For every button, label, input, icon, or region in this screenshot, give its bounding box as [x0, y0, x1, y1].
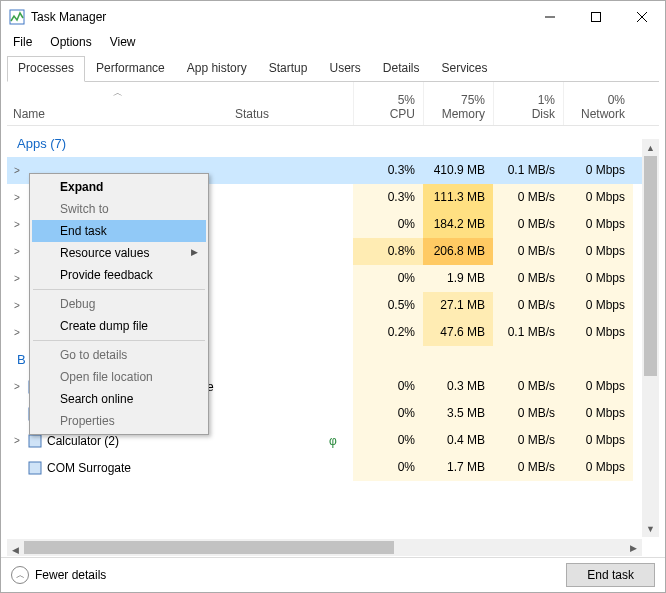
table-row[interactable]: COM Surrogate0%1.7 MB0 MB/s0 Mbps [7, 454, 659, 481]
metric-cell: 3.5 MB [423, 400, 493, 427]
scroll-left-icon[interactable]: ◀ [7, 542, 24, 559]
expand-icon[interactable]: > [11, 327, 23, 338]
expand-icon[interactable]: > [11, 381, 23, 392]
metric-cell: 111.3 MB [423, 184, 493, 211]
svg-rect-8 [29, 462, 41, 474]
metric-cell: 0 Mbps [563, 238, 633, 265]
ctx-resource-values[interactable]: Resource values▶ [32, 242, 206, 264]
metric-cell: 0 MB/s [493, 454, 563, 481]
ctx-separator [33, 340, 205, 341]
menu-options[interactable]: Options [42, 33, 99, 51]
metric-cell: 0 Mbps [563, 454, 633, 481]
ctx-end-task[interactable]: End task [32, 220, 206, 242]
scroll-down-icon[interactable]: ▼ [642, 520, 659, 537]
fewer-details-label: Fewer details [35, 568, 106, 582]
expand-icon[interactable]: > [11, 435, 23, 446]
expand-icon[interactable]: > [11, 300, 23, 311]
metric-cell: 0.8% [353, 238, 423, 265]
minimize-button[interactable] [527, 1, 573, 32]
metric-cell: 0% [353, 211, 423, 238]
tab-details[interactable]: Details [372, 56, 431, 81]
process-icon [27, 460, 43, 476]
metric-cell: 0.1 MB/s [493, 319, 563, 346]
chevron-up-icon: ︿ [11, 566, 29, 584]
scroll-up-icon[interactable]: ▲ [642, 139, 659, 156]
section-background-label: B [17, 352, 26, 367]
metric-cell: 1.9 MB [423, 265, 493, 292]
tab-services[interactable]: Services [431, 56, 499, 81]
col-network-label: Network [581, 107, 625, 121]
metric-cell: 0 Mbps [563, 211, 633, 238]
context-menu: Expand Switch to End task Resource value… [29, 173, 209, 435]
menu-view[interactable]: View [102, 33, 144, 51]
maximize-button[interactable] [573, 1, 619, 32]
process-name: Calculator (2) [47, 434, 119, 448]
metric-cell: 0 Mbps [563, 373, 633, 400]
end-task-button[interactable]: End task [566, 563, 655, 587]
section-apps[interactable]: Apps (7) [7, 126, 659, 157]
horizontal-scrollbar[interactable]: ◀ ▶ [7, 539, 642, 556]
metric-cell: 0 MB/s [493, 265, 563, 292]
ctx-expand[interactable]: Expand [32, 176, 206, 198]
metric-cell: 0 MB/s [493, 184, 563, 211]
window-title: Task Manager [31, 10, 527, 24]
submenu-arrow-icon: ▶ [191, 247, 198, 257]
col-cpu-label: CPU [390, 107, 415, 121]
menu-bar: File Options View [1, 32, 665, 52]
metric-cell: 0 MB/s [493, 211, 563, 238]
ctx-separator [33, 289, 205, 290]
metric-cell: 0 Mbps [563, 292, 633, 319]
metric-cell: 0 MB/s [493, 238, 563, 265]
tab-processes[interactable]: Processes [7, 56, 85, 82]
metric-cell: 1.7 MB [423, 454, 493, 481]
expand-icon[interactable]: > [11, 246, 23, 257]
scroll-right-icon[interactable]: ▶ [625, 539, 642, 556]
metric-cell: 0 MB/s [493, 292, 563, 319]
tab-startup[interactable]: Startup [258, 56, 319, 81]
expand-icon[interactable]: > [11, 219, 23, 230]
disk-pct: 1% [538, 93, 555, 107]
close-button[interactable] [619, 1, 665, 32]
tab-app-history[interactable]: App history [176, 56, 258, 81]
ctx-create-dump[interactable]: Create dump file [32, 315, 206, 337]
col-status-header[interactable]: Status [229, 82, 353, 125]
ctx-switch-to: Switch to [32, 198, 206, 220]
title-bar: Task Manager [1, 1, 665, 32]
ctx-provide-feedback[interactable]: Provide feedback [32, 264, 206, 286]
process-name: COM Surrogate [47, 461, 131, 475]
ctx-resource-values-label: Resource values [60, 246, 149, 260]
metric-cell: 0 MB/s [493, 400, 563, 427]
tab-performance[interactable]: Performance [85, 56, 176, 81]
col-memory-header[interactable]: 75%Memory [423, 82, 493, 125]
metric-cell: 0.2% [353, 319, 423, 346]
col-cpu-header[interactable]: 5%CPU [353, 82, 423, 125]
scroll-thumb[interactable] [644, 156, 657, 376]
fewer-details-button[interactable]: ︿ Fewer details [11, 566, 566, 584]
vertical-scrollbar[interactable]: ▲ ▼ [642, 139, 659, 537]
expand-icon[interactable]: > [11, 273, 23, 284]
ctx-debug: Debug [32, 293, 206, 315]
expand-icon[interactable]: > [11, 165, 23, 176]
col-disk-header[interactable]: 1%Disk [493, 82, 563, 125]
metric-cell: 0 Mbps [563, 265, 633, 292]
metric-cell: 0 Mbps [563, 319, 633, 346]
cpu-pct: 5% [398, 93, 415, 107]
metric-cell: 206.8 MB [423, 238, 493, 265]
metric-cell: 0.5% [353, 292, 423, 319]
metric-cell: 0 Mbps [563, 427, 633, 454]
window-controls [527, 1, 665, 32]
tab-users[interactable]: Users [318, 56, 371, 81]
metric-cell: 0 MB/s [493, 373, 563, 400]
ctx-search-online[interactable]: Search online [32, 388, 206, 410]
expand-icon[interactable]: > [11, 192, 23, 203]
net-pct: 0% [608, 93, 625, 107]
col-memory-label: Memory [442, 107, 485, 121]
svg-rect-7 [29, 435, 41, 447]
col-network-header[interactable]: 0%Network [563, 82, 633, 125]
metric-cell: 0% [353, 400, 423, 427]
ctx-properties: Properties [32, 410, 206, 432]
leaf-icon: φ [329, 434, 337, 448]
col-name-header[interactable]: ︿ Name [7, 82, 229, 125]
menu-file[interactable]: File [5, 33, 40, 51]
scroll-thumb-h[interactable] [24, 541, 394, 554]
